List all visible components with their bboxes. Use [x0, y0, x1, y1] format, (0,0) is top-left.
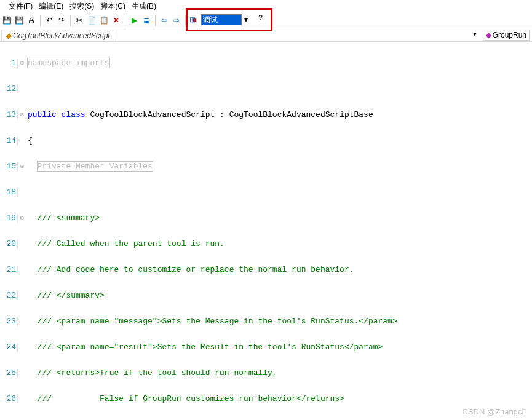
cut-icon[interactable]: ✂	[74, 15, 84, 25]
menu-build[interactable]: 生成(B)	[132, 1, 156, 12]
back-icon[interactable]: ⇦	[159, 15, 169, 25]
print-icon[interactable]: 🖨	[26, 15, 36, 25]
file-combo-arrow-icon[interactable]: ▾	[464, 30, 480, 41]
build-config-combo[interactable]: 调试	[201, 14, 242, 25]
menu-edit[interactable]: 编辑(E)	[39, 1, 63, 12]
menu-search[interactable]: 搜索(S)	[69, 1, 94, 12]
menu-file[interactable]: 文件(F)	[9, 1, 33, 12]
saveall-icon[interactable]: 💾	[14, 15, 24, 25]
undo-icon[interactable]: ↶	[44, 15, 54, 25]
watermark: CSDN @Zhangci]	[462, 407, 526, 416]
menu-script[interactable]: 脚本(C)	[100, 1, 125, 12]
method-icon: ◆	[486, 31, 491, 39]
code-editor[interactable]: 1⊞namespace imports 12 13⊟public class C…	[0, 42, 532, 420]
delete-icon[interactable]: ✕	[111, 15, 121, 25]
combo-arrow-icon[interactable]: ▾	[242, 15, 250, 25]
member-combo[interactable]: ◆ GroupRun	[483, 30, 530, 41]
list-icon[interactable]: ≣	[141, 15, 151, 25]
config-icon: ⊞	[188, 15, 197, 25]
run-icon[interactable]: ▶	[129, 15, 139, 25]
redo-icon[interactable]: ↷	[57, 15, 66, 25]
class-icon: ◆	[6, 31, 11, 40]
paste-icon[interactable]: 📋	[99, 15, 109, 25]
copy-icon[interactable]: 📄	[87, 15, 97, 25]
fwd-icon[interactable]: ⇨	[172, 15, 181, 25]
file-combo[interactable]: ◆ CogToolBlockAdvancedScript	[1, 30, 114, 41]
build-config-highlight: ⊞ 调试 ▾	[186, 8, 272, 31]
save-icon[interactable]: 💾	[2, 15, 12, 25]
